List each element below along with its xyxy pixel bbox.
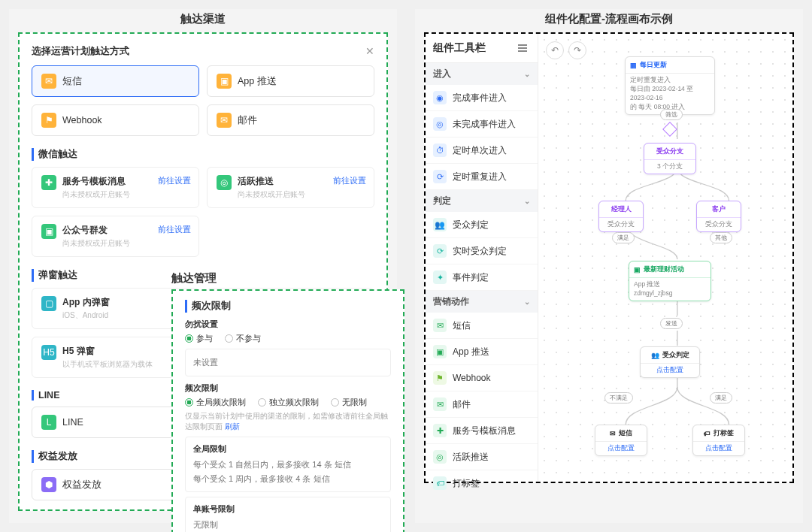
radio-off-icon2 [258, 398, 266, 407]
item-j3[interactable]: ✦事件判定 [426, 264, 538, 291]
group-enter[interactable]: 进入⌄ [426, 63, 538, 85]
node-sms[interactable]: ✉短信 点击配置 [595, 425, 647, 456]
pp1-sub: iOS、Android [62, 310, 110, 321]
node-branch[interactable]: 受众分支 3 个分支 [644, 143, 696, 174]
channel-sms-label: 短信 [62, 75, 82, 88]
a7-label: 打标签 [453, 477, 480, 490]
radio-on-icon2 [185, 398, 193, 407]
node-audience-judge[interactable]: 👥受众判定 点击配置 [640, 346, 700, 378]
sms-icon: ✉ [41, 74, 56, 89]
group-action-label: 营销动作 [433, 295, 469, 308]
channel-app-push-label: App 推送 [238, 75, 277, 88]
frequency-panel: 频次限制 勿扰设置 参与 不参与 未设置 频次限制 全局频次限制 独立频次限制 … [171, 289, 404, 532]
line-icon: L [41, 415, 56, 430]
canvas-frame: 组件工具栏 进入⌄ ◉完成事件进入 ◎未完成事件进入 ⏱定时单次进入 ⟳定时重复… [424, 32, 794, 483]
item-j1[interactable]: 👥受众判定 [426, 212, 538, 238]
n1-l1: 定时重复进入 [630, 76, 710, 85]
channel-sms[interactable]: ✉ 短信 [32, 65, 199, 97]
mail-icon: ✉ [217, 113, 232, 128]
item-a3[interactable]: ⚑Webhook [426, 365, 538, 391]
item-a6[interactable]: ◎活跃推送 [426, 444, 538, 470]
pp3-sub: 以手机或平板浏览器为载体 [62, 359, 153, 370]
item-a4[interactable]: ✉邮件 [426, 391, 538, 418]
close-icon[interactable]: ✕ [365, 45, 374, 57]
channel-mail-label: 邮件 [238, 114, 257, 127]
collapse-icon[interactable] [518, 43, 530, 53]
tag-icon: 🏷 [433, 476, 447, 490]
freq-tip-link[interactable]: 刷新 [225, 422, 240, 431]
radio-not-join[interactable]: 不参与 [225, 333, 261, 344]
freq-tip-text: 仅显示当前计划中使用的渠道的限制，如需修改请前往全局触达限制页面 [185, 412, 388, 431]
n8-title: 打标签 [714, 428, 734, 438]
item-a5[interactable]: ✚服务号模板消息 [426, 418, 538, 444]
line-label: LINE [62, 417, 83, 428]
radio-global[interactable]: 全局频次限制 [185, 397, 246, 408]
wx3-title: 公众号群发 [62, 224, 130, 237]
wechat-template[interactable]: ✚ 服务号模板消息 尚未授权或开启账号 前往设置 [32, 167, 199, 208]
rule1-title: 全局限制 [193, 443, 383, 455]
n6-link[interactable]: 点击配置 [656, 366, 683, 373]
node-branch-manager[interactable]: 经理人 受众分支 [598, 201, 644, 232]
radio-on-icon [185, 334, 193, 343]
wechat-icon: ✚ [41, 175, 56, 190]
radio-join[interactable]: 参与 [185, 333, 213, 344]
a4-label: 邮件 [453, 398, 471, 411]
item-a2[interactable]: ▣App 推送 [426, 339, 538, 365]
group-wechat: 微信触达 [32, 148, 374, 161]
flow-canvas[interactable]: ↶ ↷ [538, 34, 792, 482]
item-e1[interactable]: ◉完成事件进入 [426, 85, 538, 111]
wechat-active-push[interactable]: ◎ 活跃推送 尚未授权或开启账号 前往设置 [207, 167, 374, 208]
wechat-broadcast[interactable]: ▣ 公众号群发 尚未授权或开启账号 前往设置 [32, 216, 199, 257]
wx2-sub: 尚未授权或开启账号 [238, 189, 305, 200]
a1-label: 短信 [453, 319, 471, 332]
undo-button[interactable]: ↶ [546, 41, 564, 59]
diamond-split[interactable] [662, 122, 677, 137]
node-action-push[interactable]: ▣最新理财活动 App 推送 zdmgyl_zjbsg [629, 261, 711, 301]
n3-title: 经理人 [599, 201, 643, 218]
chevron-down-icon2: ⌄ [524, 197, 530, 205]
n8-link[interactable]: 点击配置 [705, 444, 732, 452]
left-half: 触达渠道 选择运营计划触达方式 ✕ ✉ 短信 ▣ App 推送 ⚑ Webhoo… [9, 9, 397, 523]
item-e3[interactable]: ⏱定时单次进入 [426, 138, 538, 164]
channel-webhook-label: Webhook [62, 115, 102, 125]
tag-icon2: 🏷 [704, 430, 710, 437]
item-e2[interactable]: ◎未完成事件进入 [426, 111, 538, 138]
group-judge[interactable]: 判定⌄ [426, 190, 538, 212]
item-e4[interactable]: ⟳定时重复进入 [426, 164, 538, 190]
a2-label: App 推送 [453, 346, 489, 358]
radio-none[interactable]: 无限制 [331, 397, 367, 408]
n1-title: 每日更新 [640, 60, 667, 70]
node-branch-customer[interactable]: 客户 受众分支 [696, 201, 741, 232]
enter-not-done-icon: ◎ [433, 117, 447, 131]
wx2-link[interactable]: 前往设置 [333, 175, 366, 186]
audience-icon: 👥 [433, 218, 447, 231]
pill-else: 其他 [710, 232, 732, 243]
radio-indep[interactable]: 独立频次限制 [258, 397, 319, 408]
e2-label: 未完成事件进入 [453, 118, 516, 131]
channel-mail[interactable]: ✉ 邮件 [207, 104, 374, 136]
wx1-link[interactable]: 前往设置 [158, 175, 191, 186]
n1-l2: 每日由 2023-02-14 至 2023-02-16 [630, 85, 710, 103]
n7-link[interactable]: 点击配置 [607, 444, 635, 452]
n4-sub: 受众分支 [697, 218, 741, 231]
freq-tip: 仅显示当前计划中使用的渠道的限制，如需修改请前往全局触达限制页面 刷新 [185, 411, 391, 432]
node-tag[interactable]: 🏷打标签 点击配置 [692, 425, 745, 456]
n5-l2: zdmgyl_zjbsg [634, 289, 706, 298]
node-entry[interactable]: ▦每日更新 定时重复进入 每日由 2023-02-14 至 2023-02-16… [625, 56, 715, 115]
j2-label: 实时受众判定 [453, 245, 507, 258]
n3-sub: 受众分支 [599, 218, 643, 231]
rule-global-card: 全局限制 每个受众 1 自然日内，最多接收 14 条 短信 每个受众 1 周内，… [185, 437, 391, 492]
channel-webhook[interactable]: ⚑ Webhook [32, 104, 199, 136]
channel-app-push[interactable]: ▣ App 推送 [207, 65, 374, 97]
chevron-down-icon3: ⌄ [524, 298, 530, 306]
wx3-link[interactable]: 前往设置 [158, 224, 191, 235]
redo-button[interactable]: ↷ [568, 41, 586, 59]
group-action[interactable]: 营销动作⌄ [426, 291, 538, 313]
item-a1[interactable]: ✉短信 [426, 313, 538, 339]
item-j2[interactable]: ⟳实时受众判定 [426, 238, 538, 264]
webhook-icon2: ⚑ [433, 371, 447, 385]
j3-label: 事件判定 [453, 271, 489, 284]
item-a7[interactable]: 🏷打标签 [426, 470, 538, 497]
app-push-icon: ▣ [217, 74, 232, 89]
sms-icon2: ✉ [433, 319, 447, 332]
